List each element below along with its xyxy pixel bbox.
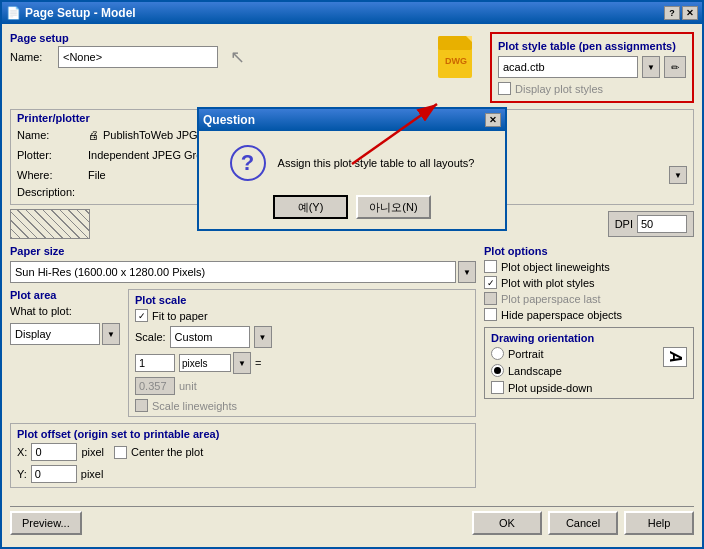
bottom-bar: Preview... OK Cancel Help (10, 506, 694, 539)
center-plot-label: Center the plot (131, 446, 203, 458)
x-label: X: (17, 446, 27, 458)
question-icon: ? (230, 145, 266, 181)
what-to-plot-combo: Display ▼ (10, 323, 120, 345)
dwg-icon: DWG (432, 32, 482, 82)
y-label: Y: (17, 468, 27, 480)
y-offset-input[interactable]: 0 (31, 465, 77, 483)
opt1-checkbox[interactable] (484, 260, 497, 273)
what-to-plot-dropdown-btn[interactable]: ▼ (102, 323, 120, 345)
landscape-icon: A (663, 347, 687, 367)
name-field-value[interactable]: <None> (58, 46, 218, 68)
scale-lineweights-checkbox[interactable] (135, 399, 148, 412)
where-dropdown-btn[interactable]: ▼ (669, 166, 687, 184)
printer-icon: 🖨 (88, 129, 99, 141)
dpi-input[interactable]: 50 (637, 215, 687, 233)
hatch-area (10, 209, 90, 239)
pixels-unit-dropdown[interactable]: ▼ (233, 352, 251, 374)
description-label: Description: (17, 186, 82, 198)
drawing-orientation-section: Drawing orientation Portrait Landscape (484, 327, 694, 399)
yes-button[interactable]: 예(Y) (273, 195, 348, 219)
upside-down-label: Plot upside-down (508, 382, 592, 394)
question-close-button[interactable]: ✕ (485, 113, 501, 127)
bottom-left-buttons: Preview... (10, 511, 82, 535)
pixels-unit-value[interactable]: pixels (179, 354, 231, 372)
opt4-checkbox[interactable] (484, 308, 497, 321)
no-button[interactable]: 아니오(N) (356, 195, 431, 219)
opt3-row: Plot paperspace last (484, 292, 694, 305)
center-plot-row: Center the plot (114, 443, 203, 461)
page-setup-section: Page setup Name: <None> ↖ (10, 32, 404, 68)
paper-size-combo-row: Sun Hi-Res (1600.00 x 1280.00 Pixels) ▼ (10, 261, 476, 283)
mm-input[interactable]: 0.357 (135, 377, 175, 395)
paper-size-dropdown-btn[interactable]: ▼ (458, 261, 476, 283)
paper-size-section: Paper size Sun Hi-Res (1600.00 x 1280.00… (10, 245, 476, 283)
left-column: Paper size Sun Hi-Res (1600.00 x 1280.00… (10, 245, 476, 488)
plot-style-dropdown-btn[interactable]: ▼ (642, 56, 660, 78)
scale-value[interactable]: Custom (170, 326, 250, 348)
question-dialog: Question ✕ ? Assign this plot style tabl… (197, 107, 507, 231)
landscape-row: Landscape (491, 364, 592, 377)
page-setup-label: Page setup (10, 32, 404, 44)
landscape-label: Landscape (508, 365, 562, 377)
opt2-checkbox[interactable] (484, 276, 497, 289)
display-plot-styles-label: Display plot styles (515, 83, 603, 95)
opt1-row: Plot object lineweights (484, 260, 694, 273)
equals-sign: = (255, 357, 261, 369)
unit2-value: unit (179, 380, 197, 392)
y-offset-row: Y: 0 pixel (17, 465, 469, 483)
ok-button[interactable]: OK (472, 511, 542, 535)
question-content: ? Assign this plot style table to all la… (199, 131, 505, 229)
orientation-radios: Portrait Landscape Plot upside-down (491, 347, 592, 394)
opt2-row: Plot with plot styles (484, 276, 694, 289)
landscape-radio[interactable] (491, 364, 504, 377)
plot-style-value[interactable]: acad.ctb (498, 56, 638, 78)
name-field-label: Name: (10, 51, 50, 63)
display-plot-styles-row: Display plot styles (498, 82, 686, 95)
plot-style-combo-row: acad.ctb ▼ ✏ (498, 56, 686, 78)
help-button[interactable]: Help (624, 511, 694, 535)
plot-style-table-section: Plot style table (pen assignments) acad.… (490, 32, 694, 103)
center-plot-checkbox[interactable] (114, 446, 127, 459)
pixels-input[interactable]: 1 (135, 354, 175, 372)
opt3-label: Plot paperspace last (501, 293, 601, 305)
scale-unit-row: 0.357 unit (135, 377, 469, 395)
x-offset-row: X: 0 pixel (17, 443, 104, 461)
upside-down-checkbox[interactable] (491, 381, 504, 394)
cancel-button[interactable]: Cancel (548, 511, 618, 535)
opt3-checkbox[interactable] (484, 292, 497, 305)
plot-style-edit-btn[interactable]: ✏ (664, 56, 686, 78)
bottom-right-buttons: OK Cancel Help (472, 511, 694, 535)
pixels-unit-row: pixels ▼ (179, 352, 251, 374)
what-to-plot-value[interactable]: Display (10, 323, 100, 345)
opt1-label: Plot object lineweights (501, 261, 610, 273)
plot-options-label: Plot options (484, 245, 694, 257)
paper-size-value[interactable]: Sun Hi-Res (1600.00 x 1280.00 Pixels) (10, 261, 456, 283)
display-plot-styles-checkbox[interactable] (498, 82, 511, 95)
help-title-button[interactable]: ? (664, 6, 680, 20)
scale-dropdown-btn[interactable]: ▼ (254, 326, 272, 348)
upside-down-row: Plot upside-down (491, 381, 592, 394)
portrait-radio[interactable] (491, 347, 504, 360)
scale-label: Scale: (135, 331, 166, 343)
right-column: Plot options Plot object lineweights Plo… (484, 245, 694, 488)
offset-inputs: X: 0 pixel Center the plot (17, 443, 469, 461)
scale-lineweights-label: Scale lineweights (152, 400, 237, 412)
dpi-label: DPI (615, 218, 633, 230)
opt4-row: Hide paperspace objects (484, 308, 694, 321)
paper-size-label: Paper size (10, 245, 476, 257)
opt4-label: Hide paperspace objects (501, 309, 622, 321)
plot-options-section: Plot options Plot object lineweights Plo… (484, 245, 694, 321)
x-offset-input[interactable]: 0 (31, 443, 77, 461)
portrait-row: Portrait (491, 347, 592, 360)
svg-text:DWG: DWG (445, 56, 467, 66)
plotter-label: Plotter: (17, 149, 82, 161)
name-row: Name: <None> ↖ (10, 46, 404, 68)
close-title-button[interactable]: ✕ (682, 6, 698, 20)
orientation-content: Portrait Landscape Plot upside-down (491, 347, 687, 394)
preview-button[interactable]: Preview... (10, 511, 82, 535)
fit-to-paper-label: Fit to paper (152, 310, 208, 322)
question-message: Assign this plot style table to all layo… (278, 157, 475, 169)
fit-to-paper-checkbox[interactable] (135, 309, 148, 322)
plot-style-label: Plot style table (pen assignments) (498, 40, 686, 52)
title-bar-left: 📄 Page Setup - Model (6, 6, 136, 20)
